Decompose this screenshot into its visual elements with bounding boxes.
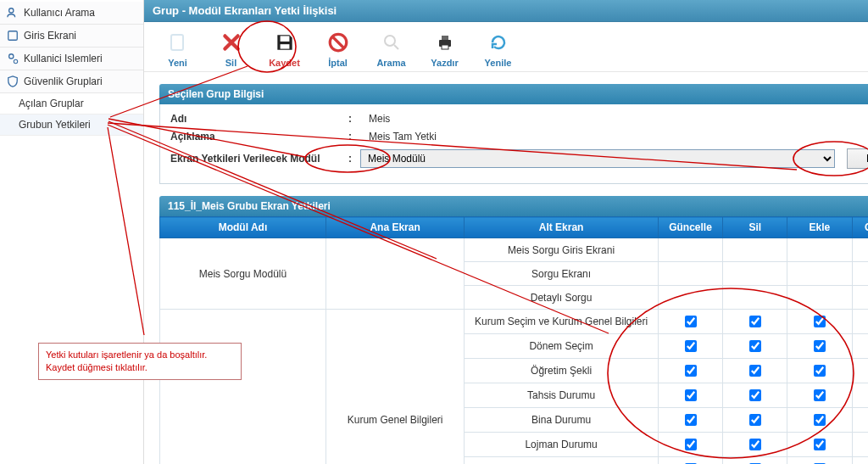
cell-g [658, 262, 722, 286]
cell-s [723, 310, 787, 334]
perm-checkbox[interactable] [814, 414, 826, 426]
cell-s [723, 286, 787, 310]
button-label: Sil [225, 58, 236, 68]
delete-button[interactable]: Sil [208, 27, 254, 71]
print-button[interactable]: Yazdır [421, 27, 468, 71]
perm-checkbox[interactable] [685, 340, 697, 352]
cell-g [658, 286, 722, 310]
cell-view [852, 433, 868, 457]
user-search-icon [7, 7, 19, 19]
sidebar-item-security-groups[interactable]: Güvenlik Gruplari [0, 70, 143, 93]
cell-alt: Detaylı Sorgu [465, 286, 659, 310]
th-sil: Sil [723, 217, 787, 238]
th-guncelle: Güncelle [658, 217, 722, 238]
svg-point-0 [9, 8, 14, 13]
module-select[interactable]: Meis Modülü [360, 149, 835, 168]
panel-title: Seçilen Grup Bilgisi [159, 84, 868, 104]
cell-view [852, 457, 868, 465]
perm-checkbox[interactable] [685, 439, 697, 450]
cell-s [723, 457, 787, 465]
perm-checkbox[interactable] [749, 389, 761, 401]
cell-s [723, 433, 787, 457]
svg-rect-6 [280, 44, 289, 48]
table-header: Modül Adı Ana Ekran Alt Ekran Güncelle S… [160, 217, 869, 238]
sidebar-sub-open-groups[interactable]: Açılan Gruplar [0, 93, 143, 115]
cell-view [852, 262, 868, 286]
cell-e [787, 334, 852, 359]
sidebar-item-label: Giris Ekrani [24, 30, 76, 42]
button-label: Yeni [168, 58, 187, 68]
svg-rect-4 [171, 35, 183, 50]
button-label: Yazdır [431, 58, 458, 68]
th-alt: Alt Ekran [465, 217, 659, 238]
sidebar-sub-group-perms[interactable]: Grubun Yetkileri [0, 115, 143, 136]
cell-view [852, 286, 868, 310]
perm-checkbox[interactable] [685, 316, 697, 327]
group-name-value: Meis [369, 113, 390, 125]
perm-checkbox[interactable] [814, 365, 826, 377]
th-mod: Modül Adı [160, 217, 326, 238]
perm-checkbox[interactable] [749, 365, 761, 377]
cell-g [658, 238, 722, 262]
perm-checkbox[interactable] [749, 340, 761, 352]
sidebar-item-login-screen[interactable]: Giris Ekrani [0, 25, 143, 48]
cell-g [658, 334, 722, 359]
cell-view [852, 310, 868, 334]
cell-e [787, 310, 852, 334]
new-button[interactable]: Yeni [154, 27, 201, 71]
perm-checkbox[interactable] [685, 365, 697, 377]
cell-e [787, 457, 852, 465]
save-icon [273, 31, 297, 54]
cell-alt: Tahsis Durumu [465, 383, 659, 408]
th-ekle: Ekle [787, 217, 852, 238]
table-row: Kurum Genel BilgileriKurum Seçim ve Kuru… [160, 310, 869, 334]
sidebar-item-label: Güvenlik Gruplari [24, 75, 103, 87]
perm-checkbox[interactable] [814, 389, 826, 401]
cell-s [723, 334, 787, 359]
perm-checkbox[interactable] [749, 439, 761, 450]
refresh-button[interactable]: Yenile [475, 27, 521, 71]
group-desc-label: Açıklama [170, 131, 348, 143]
group-info-panel: Seçilen Grup Bilgisi Adı : Meis Açıklama… [159, 84, 868, 184]
cell-alt: Dönem Seçim [465, 334, 659, 359]
cell-ana [326, 238, 464, 310]
svg-point-3 [14, 59, 17, 63]
list-button[interactable]: Listele [847, 148, 868, 169]
cell-alt: Öğretim Şekli [465, 359, 659, 383]
annotation-note: Yetki kutuları işaretlenir ya da boşaltı… [38, 343, 242, 380]
perm-checkbox[interactable] [814, 340, 826, 352]
module-select-label: Ekran Yetkileri Verilecek Modül [170, 153, 348, 165]
cell-alt: Bina Kullanımı [465, 457, 659, 465]
cancel-icon [326, 31, 350, 54]
cell-g [658, 383, 722, 408]
save-button[interactable]: Kaydet [261, 27, 308, 71]
button-label: Arama [376, 58, 405, 68]
perm-checkbox[interactable] [685, 414, 697, 426]
cell-alt: Sorgu Ekranı [465, 262, 659, 286]
perm-checkbox[interactable] [685, 389, 697, 401]
button-label: Yenile [485, 58, 512, 68]
perm-checkbox[interactable] [814, 439, 826, 450]
perm-checkbox[interactable] [749, 414, 761, 426]
cell-e [787, 238, 852, 262]
cell-e [787, 286, 852, 310]
sidebar-item-user-ops[interactable]: Kullanici Islemleri [0, 48, 143, 70]
cell-e [787, 262, 852, 286]
search-button[interactable]: Arama [368, 27, 415, 71]
cell-g [658, 433, 722, 457]
cell-s [723, 238, 787, 262]
sidebar-item-label: Kullanici Islemleri [24, 53, 103, 64]
perm-checkbox[interactable] [749, 316, 761, 327]
svg-point-8 [385, 36, 395, 46]
cancel-button[interactable]: İptal [314, 27, 361, 71]
cell-view [852, 408, 868, 433]
cell-alt: Meis Sorgu Giris Ekrani [465, 238, 659, 262]
cell-view [852, 334, 868, 359]
sidebar-item-label: Kullanıcı Arama [24, 7, 95, 19]
sidebar-item-user-search[interactable]: Kullanıcı Arama [0, 2, 143, 25]
svg-rect-5 [280, 36, 289, 42]
shield-icon [7, 75, 19, 87]
cell-alt: Kurum Seçim ve Kurum Genel Bilgileri [465, 310, 659, 334]
perm-checkbox[interactable] [814, 316, 826, 327]
button-label: Kaydet [269, 58, 300, 68]
